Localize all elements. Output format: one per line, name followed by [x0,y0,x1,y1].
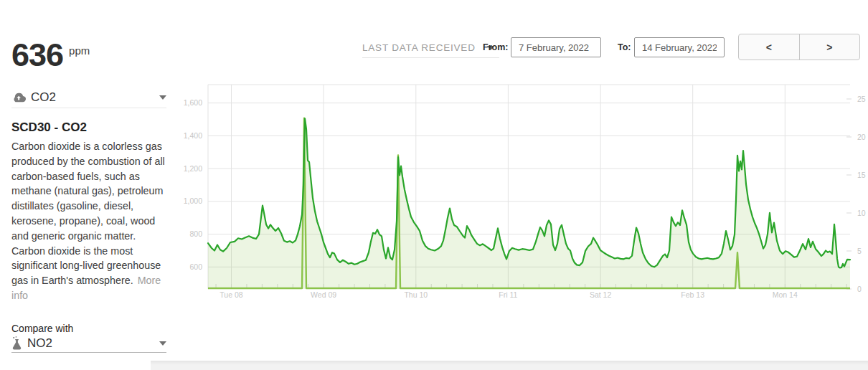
metric-select-label: CO2 [31,90,56,105]
svg-text:1,200: 1,200 [184,164,202,173]
from-label: From: [483,42,508,52]
sensor-dashboard: 636 ppm CO2 SCD30 - CO2 Carbon dioxide i… [0,0,868,370]
x-axis-day-label: Mon 14 [773,290,798,299]
current-value: 636 [11,39,63,71]
sensor-description-text: Carbon dioxide is a colorless gas produc… [11,141,165,286]
flask-icon [11,336,22,350]
svg-text:10: 10 [857,209,866,217]
page-bottom-edge [151,361,868,370]
svg-text:5: 5 [857,247,862,255]
x-axis-day-label: Sat 12 [590,290,612,299]
compare-with-label: Compare with [11,323,73,334]
svg-text:800: 800 [189,229,202,238]
to-date-input[interactable] [634,37,725,57]
range-mode-label: LAST DATA RECEIVED [362,42,476,53]
co2-chart[interactable]: 6008001,0001,2001,4001,6000510152025Tue … [183,79,868,307]
svg-text:600: 600 [189,262,202,271]
svg-text:1,000: 1,000 [184,196,202,205]
to-label: To: [618,42,631,52]
svg-text:1,600: 1,600 [184,98,202,107]
next-period-button[interactable]: > [800,34,860,60]
x-axis-day-label: Wed 09 [311,290,336,299]
date-pager: < > [738,34,860,60]
svg-text:25: 25 [857,95,866,103]
sensor-title: SCD30 - CO2 [11,120,87,135]
current-reading: 636 ppm [11,39,90,71]
x-axis-day-label: Feb 13 [681,290,704,299]
svg-text:0: 0 [857,285,862,293]
compare-select-label: NO2 [27,336,52,351]
svg-text:15: 15 [857,171,866,179]
chevron-down-icon [159,95,166,100]
x-axis-day-label: Tue 08 [220,290,242,299]
from-date-input[interactable] [511,37,601,57]
current-unit: ppm [69,44,90,57]
cloud-upload-icon [11,92,26,103]
x-axis-day-label: Fri 11 [499,290,517,299]
chevron-down-icon [159,341,166,346]
sensor-description: Carbon dioxide is a colorless gas produc… [11,139,172,303]
prev-period-button[interactable]: < [739,34,799,60]
svg-text:1,400: 1,400 [184,131,202,140]
metric-select[interactable]: CO2 [11,87,166,108]
range-mode-select[interactable]: LAST DATA RECEIVED [362,38,499,58]
svg-text:20: 20 [857,133,866,141]
compare-select[interactable]: NO2 [11,334,166,353]
x-axis-day-label: Thu 10 [404,290,428,299]
co2-chart-svg[interactable]: 6008001,0001,2001,4001,6000510152025Tue … [183,79,868,307]
